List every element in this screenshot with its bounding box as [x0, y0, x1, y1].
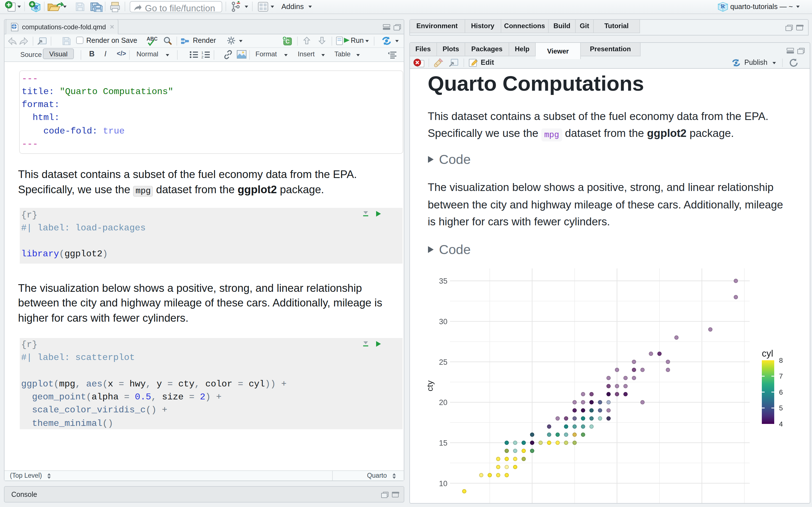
svg-text:15: 15	[439, 439, 447, 447]
svg-text:7: 7	[779, 372, 783, 380]
svg-text:cty: cty	[425, 381, 434, 391]
svg-text:4: 4	[779, 420, 783, 428]
svg-text:20: 20	[439, 398, 447, 407]
svg-text:6: 6	[779, 388, 783, 396]
svg-text:10: 10	[439, 480, 447, 488]
svg-text:R: R	[721, 3, 725, 10]
svg-text:30: 30	[439, 318, 447, 326]
svg-text:2: 2	[201, 55, 203, 58]
svg-text:35: 35	[439, 277, 447, 285]
svg-text:cyl: cyl	[762, 348, 773, 358]
svg-text:8: 8	[779, 356, 783, 364]
svg-text:1: 1	[201, 50, 203, 55]
svg-text:ABC: ABC	[147, 36, 157, 41]
svg-text:25: 25	[439, 358, 447, 367]
svg-text:5: 5	[779, 404, 783, 412]
